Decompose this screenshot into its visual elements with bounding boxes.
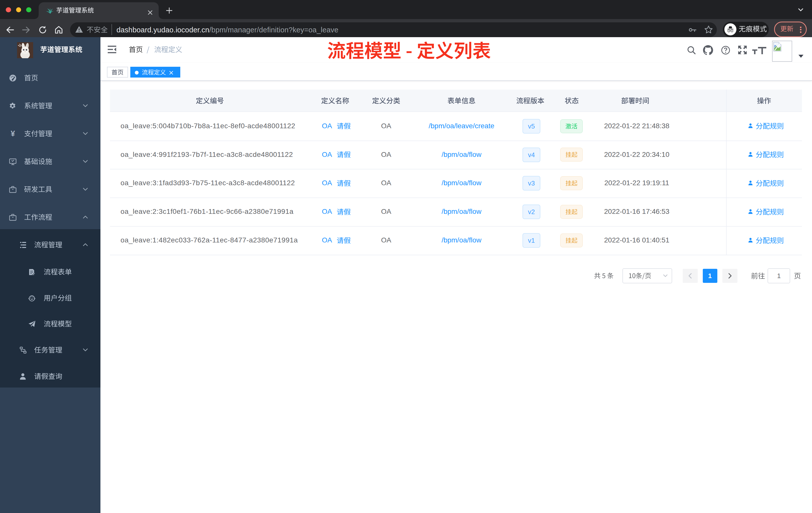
svg-text:¥: ¥	[10, 130, 15, 138]
